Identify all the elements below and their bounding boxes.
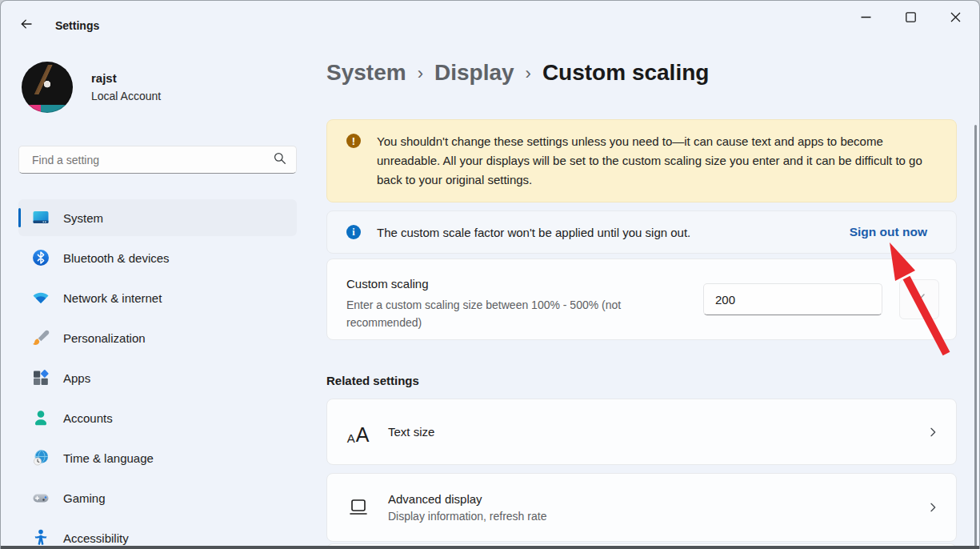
account-name: rajst xyxy=(91,71,117,85)
system-icon xyxy=(31,208,50,227)
window-controls xyxy=(843,1,978,36)
maximize-button[interactable] xyxy=(888,1,933,36)
back-arrow-icon xyxy=(19,17,34,34)
sidebar-item-label: Bluetooth & devices xyxy=(63,251,170,265)
advanced-display-row[interactable]: Advanced display Display information, re… xyxy=(326,473,957,542)
scaling-value-input[interactable] xyxy=(703,283,882,315)
text-size-row[interactable]: AA Text size xyxy=(326,399,957,465)
scrollbar-thumb[interactable] xyxy=(974,125,977,549)
search-box[interactable] xyxy=(18,146,297,174)
bluetooth-icon xyxy=(31,248,50,267)
search-icon xyxy=(273,151,286,168)
row-title: Text size xyxy=(388,425,926,439)
sidebar-item-personalization[interactable]: Personalization xyxy=(18,319,297,356)
apply-scaling-button[interactable] xyxy=(899,279,939,319)
info-text: The custom scale factor won't be applied… xyxy=(377,226,850,239)
settings-window: Settings rajst Local Account Syst xyxy=(0,0,980,549)
display-icon xyxy=(346,495,370,519)
row-text: Text size xyxy=(388,425,926,439)
sidebar-item-time-language[interactable]: Time & language xyxy=(18,439,297,476)
sign-out-now-link[interactable]: Sign out now xyxy=(850,225,927,239)
person-icon xyxy=(31,408,50,427)
text-size-icon: AA xyxy=(346,420,370,444)
breadcrumb-separator-icon: › xyxy=(526,62,531,84)
globe-clock-icon xyxy=(31,448,50,467)
sidebar-item-label: System xyxy=(63,211,103,225)
breadcrumb-separator-icon: › xyxy=(418,62,423,84)
sidebar-item-label: Apps xyxy=(63,371,90,385)
sidebar-item-label: Gaming xyxy=(63,491,106,505)
sidebar-item-network-internet[interactable]: Network & internet xyxy=(18,279,297,316)
close-icon xyxy=(950,11,962,26)
wifi-icon xyxy=(31,288,50,307)
page-title: Custom scaling xyxy=(542,60,709,86)
apps-icon xyxy=(31,368,50,387)
back-button[interactable] xyxy=(15,15,38,36)
search-input[interactable] xyxy=(30,153,273,167)
selected-indicator xyxy=(18,208,21,227)
titlebar: Settings xyxy=(1,1,979,39)
sidebar-item-label: Time & language xyxy=(63,451,154,465)
chevron-right-icon xyxy=(926,426,940,439)
minimize-button[interactable] xyxy=(843,1,888,36)
sidebar-item-system[interactable]: System xyxy=(18,199,297,236)
minimize-icon xyxy=(860,11,872,26)
sidebar-item-accounts[interactable]: Accounts xyxy=(18,399,297,436)
sidebar-item-label: Network & internet xyxy=(63,291,162,305)
app-title: Settings xyxy=(55,19,99,32)
sidebar-item-apps[interactable]: Apps xyxy=(18,359,297,396)
breadcrumb: System › Display › Custom scaling xyxy=(326,60,709,86)
avatar[interactable] xyxy=(22,62,73,113)
related-settings-header: Related settings xyxy=(326,374,419,387)
sidebar-item-label: Accessibility xyxy=(63,531,129,545)
maximize-icon xyxy=(905,11,917,26)
row-title: Advanced display xyxy=(388,492,926,506)
accessibility-icon xyxy=(31,528,50,547)
warning-icon: ! xyxy=(346,134,361,148)
warning-banner: ! You shouldn't change these settings un… xyxy=(326,119,957,202)
gamepad-icon xyxy=(31,488,50,507)
checkmark-icon xyxy=(911,290,927,309)
warning-text: You shouldn't change these settings unle… xyxy=(377,132,932,190)
row-text: Advanced display Display information, re… xyxy=(388,492,926,523)
breadcrumb-display[interactable]: Display xyxy=(434,60,514,86)
sidebar-item-gaming[interactable]: Gaming xyxy=(18,479,297,516)
chevron-right-icon xyxy=(926,501,940,514)
close-button[interactable] xyxy=(933,1,978,36)
custom-scaling-description: Enter a custom scaling size between 100%… xyxy=(346,296,650,331)
breadcrumb-system[interactable]: System xyxy=(326,60,406,86)
account-type: Local Account xyxy=(91,90,161,102)
sidebar-item-label: Personalization xyxy=(63,331,146,345)
sidebar-item-bluetooth-devices[interactable]: Bluetooth & devices xyxy=(18,239,297,276)
sidebar-nav: System Bluetooth & devices Network & int… xyxy=(18,199,297,549)
custom-scaling-card: Custom scaling Enter a custom scaling si… xyxy=(326,258,957,340)
window-bottom-edge xyxy=(1,546,979,549)
info-icon: i xyxy=(346,225,361,239)
row-subtitle: Display information, refresh rate xyxy=(388,510,926,523)
sidebar-item-label: Accounts xyxy=(63,411,113,425)
brush-icon xyxy=(31,328,50,347)
info-banner: i The custom scale factor won't be appli… xyxy=(326,210,957,254)
sidebar-item-accessibility[interactable]: Accessibility xyxy=(18,519,297,549)
